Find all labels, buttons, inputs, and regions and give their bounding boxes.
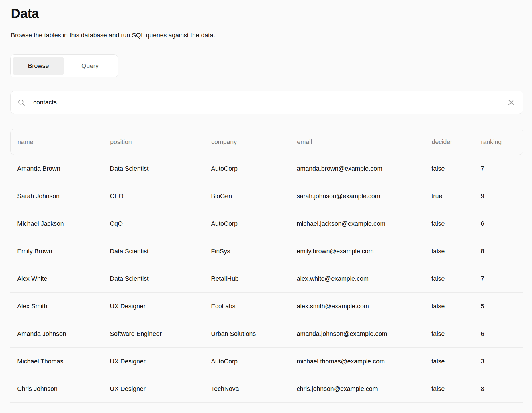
table-row[interactable]: Chris JohnsonUX DesignerTechNovachris.jo… (10, 375, 523, 403)
table-row[interactable]: Michael JacksonCqOAutoCorpmichael.jackso… (10, 210, 523, 237)
page-title: Data (11, 6, 532, 21)
cell-ranking: 6 (481, 330, 523, 338)
cell-name: Alex White (10, 275, 110, 283)
cell-ranking: 7 (481, 165, 523, 172)
cell-email: amanda.johnson@example.com (297, 330, 431, 338)
page-subtitle: Browse the tables in this database and r… (11, 32, 532, 39)
cell-position: UX Designer (110, 385, 211, 393)
clear-search-button[interactable] (507, 98, 515, 107)
cell-company: EcoLabs (211, 303, 297, 310)
table-row[interactable]: Michael ThomasUX DesignerAutoCorpmichael… (10, 348, 523, 375)
cell-name: Michael Jackson (10, 220, 110, 227)
cell-ranking: 5 (481, 303, 523, 310)
cell-name: Michael Thomas (10, 358, 110, 365)
tab-query[interactable]: Query (64, 57, 116, 75)
table-row[interactable]: Amanda JohnsonSoftware EngineerUrban Sol… (10, 320, 523, 348)
cell-name: Alex Smith (10, 303, 110, 310)
cell-name: Sarah Johnson (10, 192, 110, 200)
cell-ranking: 3 (481, 358, 523, 365)
tab-browse[interactable]: Browse (13, 57, 64, 75)
cell-position: Data Scientist (110, 275, 211, 283)
cell-position: Data Scientist (110, 248, 211, 255)
table-row[interactable]: Emily BrownData ScientistFinSysemily.bro… (10, 237, 523, 265)
cell-name: Chris Johnson (10, 385, 110, 393)
close-icon (507, 98, 515, 106)
cell-email: michael.jackson@example.com (297, 220, 431, 227)
column-header-name: name (11, 138, 110, 146)
cell-email: michael.thomas@example.com (297, 358, 431, 365)
cell-position: UX Designer (110, 303, 211, 310)
cell-position: CqO (110, 220, 211, 227)
cell-email: amanda.brown@example.com (297, 165, 431, 172)
cell-decider: true (431, 192, 481, 200)
column-header-position: position (110, 138, 211, 146)
cell-company: BioGen (211, 192, 297, 200)
cell-decider: false (431, 303, 481, 310)
cell-ranking: 6 (481, 220, 523, 227)
cell-name: Amanda Brown (10, 165, 110, 172)
cell-decider: false (431, 385, 481, 393)
cell-email: alex.white@example.com (297, 275, 431, 283)
cell-name: Amanda Johnson (10, 330, 110, 338)
cell-ranking: 9 (481, 192, 523, 200)
column-header-ranking: ranking (481, 138, 523, 146)
search-input[interactable] (33, 99, 507, 106)
table-row[interactable]: Alex WhiteData ScientistRetailHubalex.wh… (10, 265, 523, 293)
cell-position: Data Scientist (110, 165, 211, 172)
cell-decider: false (431, 330, 481, 338)
cell-company: Urban Solutions (211, 330, 297, 338)
cell-email: alex.smith@example.com (297, 303, 431, 310)
table-header-row: namepositioncompanyemaildeciderranking (10, 129, 523, 155)
table-row[interactable]: Sarah JohnsonCEOBioGensarah.johnson@exam… (10, 182, 523, 210)
search-bar[interactable] (10, 91, 523, 114)
column-header-decider: decider (432, 138, 481, 146)
cell-position: Software Engineer (110, 330, 211, 338)
cell-email: sarah.johnson@example.com (297, 192, 431, 200)
cell-decider: false (431, 220, 481, 227)
cell-decider: false (431, 248, 481, 255)
cell-ranking: 7 (481, 275, 523, 283)
cell-company: FinSys (211, 248, 297, 255)
cell-ranking: 8 (481, 385, 523, 393)
data-page: Data Browse the tables in this database … (0, 6, 532, 413)
table-row[interactable]: Alex SmithUX DesignerEcoLabsalex.smith@e… (10, 293, 523, 320)
cell-position: UX Designer (110, 358, 211, 365)
cell-name: Emily Brown (10, 248, 110, 255)
cell-company: AutoCorp (211, 358, 297, 365)
contacts-table: namepositioncompanyemaildeciderranking A… (10, 129, 523, 403)
cell-decider: false (431, 165, 481, 172)
cell-decider: false (431, 358, 481, 365)
search-icon (17, 99, 25, 106)
cell-decider: false (431, 275, 481, 283)
cell-position: CEO (110, 192, 211, 200)
column-header-company: company (211, 138, 297, 146)
view-tab-group: Browse Query (10, 54, 118, 77)
table-body: Amanda BrownData ScientistAutoCorpamanda… (10, 155, 523, 403)
cell-email: emily.brown@example.com (297, 248, 431, 255)
cell-company: TechNova (211, 385, 297, 393)
table-row[interactable]: Amanda BrownData ScientistAutoCorpamanda… (10, 155, 523, 182)
cell-company: AutoCorp (211, 220, 297, 227)
column-header-email: email (297, 138, 432, 146)
cell-company: RetailHub (211, 275, 297, 283)
cell-email: chris.johnson@example.com (297, 385, 431, 393)
cell-ranking: 8 (481, 248, 523, 255)
cell-company: AutoCorp (211, 165, 297, 172)
